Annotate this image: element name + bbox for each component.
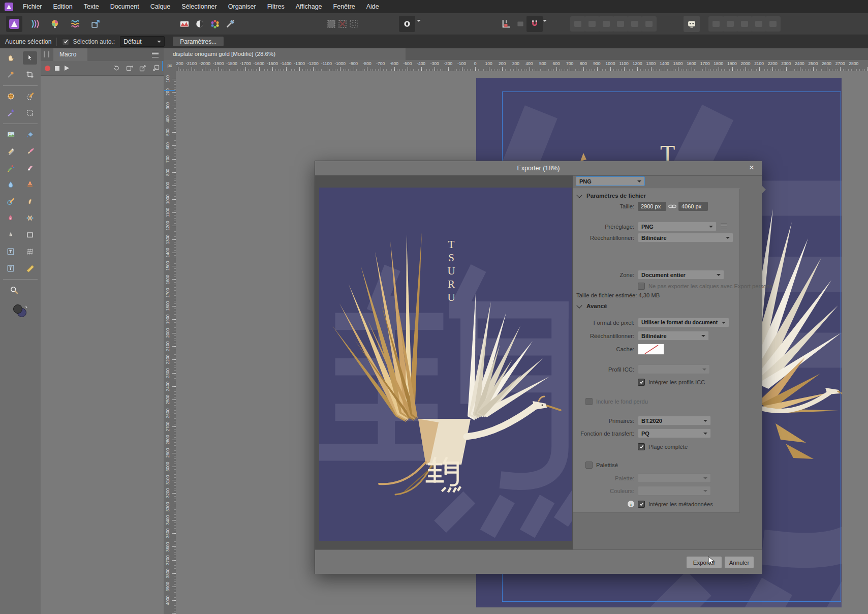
full-range-checkbox[interactable] [638,443,645,450]
macro-robot-button[interactable] [684,16,700,32]
transfer-function-select[interactable]: PQ [638,428,711,438]
auto-select-checkbox[interactable] [62,38,69,45]
menu-item[interactable]: Sélectionner [176,0,223,13]
height-input[interactable]: 4060 px [678,202,708,211]
format-select[interactable]: PNG [576,176,645,186]
ruler-unit-corner[interactable]: px [164,60,176,71]
menu-item[interactable]: Filtres [262,0,290,13]
vertical-ruler[interactable]: 1002003004005006007008009001000110012001… [164,71,176,614]
close-icon[interactable]: × [747,163,757,173]
menu-item[interactable]: Organiser [223,0,262,13]
pen-tool[interactable] [4,228,18,241]
force-pixel-alignment-button[interactable] [526,16,543,32]
record-macro-button[interactable] [45,66,50,71]
liquify-persona-button[interactable] [26,16,43,32]
assistant-button[interactable] [399,16,415,32]
ruler-measure-tool[interactable] [23,262,37,275]
fill-bucket-tool[interactable] [23,128,37,141]
gradient-tool[interactable] [4,144,18,158]
auto-levels-button[interactable] [176,16,193,32]
export-persona-button[interactable] [87,16,104,32]
play-macro-button[interactable] [65,66,69,71]
advanced-section-header[interactable]: Avancé [576,301,735,311]
place-image-tool[interactable] [4,128,18,141]
menu-item[interactable]: Fenêtre [328,0,361,13]
ruler-label: 200 [165,84,170,100]
view-hand-tool[interactable] [4,51,18,65]
embed-icc-checkbox[interactable] [638,379,645,386]
macro-tab[interactable]: Macro [53,48,87,61]
menu-item[interactable]: Fichier [17,0,48,13]
dialog-title-bar[interactable]: Exporter (18%) × [315,161,762,176]
preset-menu-icon[interactable] [721,224,727,229]
embed-metadata-checkbox[interactable] [638,501,645,508]
auto-contrast-button[interactable] [192,16,208,32]
tone-mapping-persona-button[interactable] [67,16,83,32]
develop-persona-button[interactable] [47,16,63,32]
menu-item[interactable]: Aide [361,0,385,13]
reset-macro-icon[interactable] [113,65,120,72]
info-icon[interactable]: i [628,501,634,507]
auto-white-balance-button[interactable] [222,16,238,32]
panel-menu-icon[interactable] [152,52,159,57]
palettized-checkbox[interactable] [585,462,593,469]
matte-color-swatch[interactable] [638,344,664,355]
marquee-selection-tool[interactable] [23,106,37,119]
menu-item[interactable]: Edition [48,0,78,13]
smart-selection-brush-tool[interactable] [23,89,37,103]
import-macro-icon[interactable] [152,65,160,72]
skip-export-persona-checkbox[interactable] [638,283,645,290]
width-input[interactable]: 2900 px [638,202,666,211]
ruler-label: -1400 [281,61,292,66]
healing-brush-tool[interactable] [4,195,18,208]
color-swatches[interactable] [12,303,29,319]
color-picker-tool[interactable] [4,68,18,81]
app-logo-icon[interactable] [5,3,13,11]
mesh-warp-tool[interactable] [23,245,37,258]
preset-select[interactable]: PNG [638,222,717,231]
crop-tool[interactable] [23,68,37,81]
color-replacement-brush-tool[interactable] [4,161,18,174]
frame-text-tool[interactable] [4,245,18,258]
horizontal-ruler[interactable]: -2200-2100-2000-1900-1800-1700-1600-1500… [176,60,868,71]
flood-select-wand-tool[interactable] [4,106,18,119]
file-section-header[interactable]: Paramètres de fichier [576,191,735,200]
snapping-dropdown-chevron[interactable] [543,22,547,29]
burn-dodge-tool[interactable] [4,211,18,225]
menu-item[interactable]: Document [105,0,145,13]
clone-stamp-tool[interactable] [23,178,37,191]
zoom-tool[interactable] [7,283,21,296]
primaries-select[interactable]: BT.2020 [638,416,711,425]
resample-select[interactable]: Bilinéaire [638,233,733,242]
auto-select-dropdown[interactable]: Défaut [120,36,165,47]
panel-collapse-arrow[interactable] [762,186,770,194]
area-select[interactable]: Document entier [638,270,724,280]
eraser-tool[interactable] [23,161,37,174]
icc-profile-select[interactable] [638,364,710,374]
export-macro-icon[interactable] [139,65,146,72]
pixel-format-select[interactable]: Utiliser le format du document [638,318,729,327]
auto-colors-button[interactable] [207,16,223,32]
link-dimensions-icon[interactable] [668,204,676,209]
assistant-dropdown-chevron[interactable] [417,22,421,29]
settings-button[interactable]: Paramètres... [173,37,224,46]
stop-macro-button[interactable] [55,66,59,71]
add-macro-icon[interactable] [126,65,133,72]
menu-item[interactable]: Texte [78,0,105,13]
menu-item[interactable]: Calque [145,0,176,13]
menu-item[interactable]: Affichage [290,0,328,13]
panel-drag-handle[interactable] [44,51,49,57]
resample2-select[interactable]: Bilinéaire [638,331,709,341]
photo-persona-button[interactable] [6,16,22,32]
move-tool[interactable] [23,51,37,65]
blur-tool[interactable] [4,178,18,191]
shape-tool[interactable] [23,228,37,241]
document-tab[interactable]: displate oriogami gold [Modifié] (28.6%) [164,48,406,60]
paint-brush-tool[interactable] [23,144,37,158]
selection-brush-tool[interactable] [4,89,18,103]
smudge-tool[interactable] [23,195,37,208]
artistic-text-tool[interactable] [4,262,18,275]
invert-selection-button[interactable] [346,16,362,32]
liquify-pinch-tool[interactable] [23,211,37,225]
cancel-button[interactable]: Annuler [725,557,754,568]
